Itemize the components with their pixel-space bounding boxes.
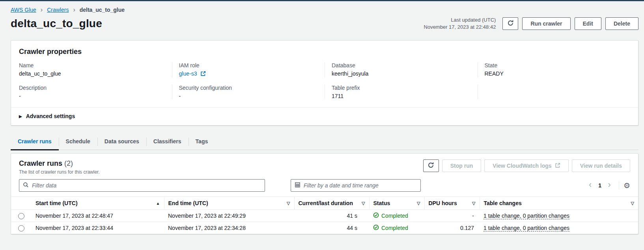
property-label: Description [19, 85, 166, 91]
property-label: Database [332, 62, 471, 69]
current-page-number[interactable]: 1 [595, 182, 604, 189]
cell-end-time: November 17, 2023 at 22:49:29 [164, 210, 294, 222]
search-icon [23, 182, 29, 189]
run-crawler-button[interactable]: Run crawler [522, 17, 570, 30]
breadcrumb-link-crawlers[interactable]: Crawlers [47, 7, 69, 13]
external-link-icon [555, 163, 560, 169]
sort-icon: ▽ [631, 201, 634, 206]
tab-tags[interactable]: Tags [189, 133, 215, 150]
property-value: - [179, 93, 319, 99]
table-header-row: Start time (UTC) ▲ End time (UTC) ▽ Curr… [11, 197, 638, 210]
cell-status: Completed [369, 222, 424, 234]
refresh-runs-button[interactable] [423, 159, 439, 172]
property-value: 1711 [332, 93, 471, 99]
column-header-table-changes[interactable]: Table changes ▽ [480, 197, 638, 210]
date-range-placeholder: Filter by a date and time range [304, 182, 379, 189]
property-iam-role: IAM role glue-s3 [172, 62, 325, 78]
breadcrumb-separator-icon: › [41, 7, 43, 13]
cell-duration: 41 s [294, 210, 369, 222]
selection-column-header [11, 197, 32, 210]
last-updated-value: November 17, 2023 at 22:48:42 [424, 24, 496, 31]
cell-table-changes: 1 table change, 0 partition changes [480, 210, 638, 222]
delete-button[interactable]: Delete [605, 17, 638, 30]
property-label: Table prefix [332, 85, 471, 91]
tab-crawler-runs[interactable]: Crawler runs [11, 133, 59, 150]
stop-run-button[interactable]: Stop run [442, 159, 482, 172]
column-header-end-time[interactable]: End time (UTC) ▽ [164, 197, 294, 210]
next-page-button[interactable] [604, 181, 614, 190]
settings-gear-icon[interactable]: ⚙ [623, 182, 630, 189]
property-security-configuration: Security configuration - [172, 85, 325, 99]
cell-dpu-hours: - [424, 210, 480, 222]
cell-duration: 44 s [294, 222, 369, 234]
status-label: Completed [381, 225, 408, 231]
chevron-right-icon [607, 182, 612, 189]
tab-schedule[interactable]: Schedule [59, 133, 97, 150]
column-header-duration[interactable]: Current/last duration ▽ [294, 197, 369, 210]
page-content: AWS Glue › Crawlers › delta_uc_to_glue d… [0, 7, 644, 234]
status-success-icon [373, 212, 379, 219]
pagination: 1 ⚙ [585, 181, 630, 190]
property-description: Description - [19, 85, 172, 99]
cell-start-time: November 17, 2023 at 22:33:44 [32, 222, 164, 234]
property-label: Name [19, 62, 166, 69]
search-placeholder: Filter data [32, 182, 56, 189]
crawler-runs-card: Crawler runs (2) The list of crawler run… [11, 153, 638, 234]
column-header-start-time[interactable]: Start time (UTC) ▲ [32, 197, 164, 210]
cell-dpu-hours: 0.127 [424, 222, 480, 234]
breadcrumb-separator-icon: › [73, 7, 75, 13]
crawler-properties-title: Crawler properties [19, 48, 630, 56]
tab-bar: Crawler runs Schedule Data sources Class… [11, 133, 638, 150]
table-changes-link[interactable]: 1 table change, 0 partition changes [483, 213, 569, 219]
crawler-properties-card: Crawler properties Name delta_uc_to_glue… [11, 40, 638, 126]
refresh-icon [507, 20, 514, 28]
breadcrumb-link-aws-glue[interactable]: AWS Glue [11, 7, 36, 13]
previous-page-button[interactable] [585, 181, 595, 190]
property-label: State [485, 62, 624, 69]
column-header-dpu-hours[interactable]: DPU hours ▽ [424, 197, 480, 210]
iam-role-link[interactable]: glue-s3 [179, 70, 206, 77]
crawler-runs-title: Crawler runs (2) [19, 159, 100, 168]
calendar-icon [295, 182, 301, 189]
status-label: Completed [381, 213, 408, 219]
advanced-settings-label: Advanced settings [26, 113, 75, 119]
advanced-settings-expander[interactable]: ▶ Advanced settings [11, 107, 638, 125]
edit-button[interactable]: Edit [575, 17, 601, 30]
row-radio-button[interactable] [18, 225, 24, 231]
header-actions: Last updated (UTC) November 17, 2023 at … [424, 17, 638, 31]
crawler-runs-table: Start time (UTC) ▲ End time (UTC) ▽ Curr… [11, 196, 638, 234]
property-state: State READY [478, 62, 631, 78]
table-row: November 17, 2023 at 22:33:44 November 1… [11, 222, 638, 234]
sort-ascending-icon: ▲ [156, 201, 160, 206]
last-updated: Last updated (UTC) November 17, 2023 at … [424, 17, 496, 31]
sort-icon: ▽ [287, 201, 290, 206]
property-table-prefix: Table prefix 1711 [325, 85, 478, 99]
breadcrumb: AWS Glue › Crawlers › delta_uc_to_glue [11, 7, 638, 13]
properties-grid: Name delta_uc_to_glue IAM role glue-s3 D [19, 62, 630, 99]
view-run-details-button[interactable]: View run details [572, 159, 630, 172]
tab-classifiers[interactable]: Classifiers [146, 133, 189, 150]
sort-icon: ▽ [417, 201, 420, 206]
cell-start-time: November 17, 2023 at 22:48:47 [32, 210, 164, 222]
crawler-runs-description: The list of crawler runs for this crawle… [19, 169, 100, 175]
caret-right-icon: ▶ [19, 114, 22, 119]
cell-end-time: November 17, 2023 at 22:34:28 [164, 222, 294, 234]
last-updated-label: Last updated (UTC) [424, 17, 496, 24]
row-radio-button[interactable] [18, 213, 24, 219]
crawler-runs-header: Crawler runs (2) The list of crawler run… [11, 154, 638, 175]
property-empty-cell [478, 85, 631, 99]
property-value: delta_uc_to_glue [19, 70, 166, 77]
crawler-runs-actions: Stop run View CloudWatch logs View run d… [423, 159, 630, 172]
tab-data-sources[interactable]: Data sources [97, 133, 146, 150]
status-success-icon [373, 224, 379, 231]
column-header-status[interactable]: Status ▽ [369, 197, 424, 210]
sort-icon: ▽ [362, 201, 365, 206]
window-top-accent [0, 0, 644, 1]
search-input[interactable]: Filter data [19, 179, 265, 192]
view-cloudwatch-logs-button[interactable]: View CloudWatch logs [484, 159, 568, 172]
refresh-button[interactable] [502, 17, 518, 30]
crawler-runs-count: (2) [64, 159, 73, 167]
table-changes-link[interactable]: 1 table change, 0 partition changes [483, 225, 569, 231]
date-range-input[interactable]: Filter by a date and time range [291, 179, 421, 192]
property-database: Database keerthi_josyula [325, 62, 478, 78]
